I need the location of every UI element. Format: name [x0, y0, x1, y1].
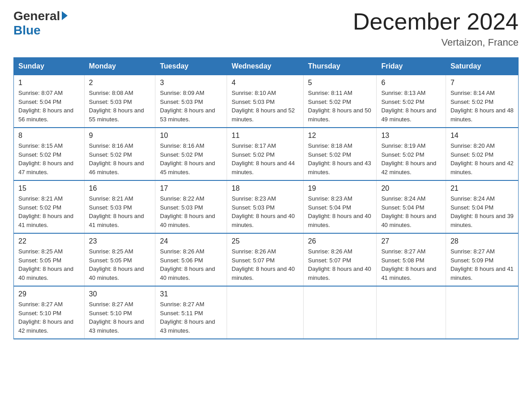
sunset-time: 5:04 PM — [403, 204, 424, 211]
calendar-day-cell: 23 Sunrise: 8:25 AM Sunset: 5:05 PM Dayl… — [84, 233, 155, 286]
calendar-week-row: 8 Sunrise: 8:15 AM Sunset: 5:02 PM Dayli… — [14, 128, 519, 180]
day-number: 31 — [160, 290, 222, 298]
header-thursday: Thursday — [303, 58, 377, 75]
day-number: 11 — [232, 132, 299, 140]
day-number: 29 — [18, 290, 80, 298]
daylight-label: Daylight: — [381, 160, 404, 167]
header-tuesday: Tuesday — [155, 58, 227, 75]
sunrise-label: Sunrise: — [450, 90, 472, 96]
sunrise-time: 8:27 AM — [473, 248, 495, 255]
day-info: Sunrise: 8:25 AM Sunset: 5:05 PM Dayligh… — [89, 247, 151, 282]
daylight-label: Daylight: — [381, 213, 404, 219]
day-number: 12 — [308, 132, 372, 140]
sunrise-label: Sunrise: — [381, 248, 403, 255]
sunset-label: Sunset: — [160, 257, 180, 264]
sunset-time: 5:02 PM — [403, 151, 424, 158]
sunrise-label: Sunrise: — [232, 142, 253, 149]
calendar-day-cell: 12 Sunrise: 8:18 AM Sunset: 5:02 PM Dayl… — [303, 128, 377, 180]
sunset-time: 5:04 PM — [40, 98, 61, 105]
day-number: 13 — [381, 132, 441, 140]
day-number: 7 — [450, 79, 514, 87]
sunrise-label: Sunrise: — [160, 142, 181, 149]
day-info: Sunrise: 8:13 AM Sunset: 5:02 PM Dayligh… — [381, 89, 441, 124]
sunset-time: 5:03 PM — [110, 98, 132, 105]
day-number: 8 — [18, 132, 80, 140]
day-number: 20 — [381, 184, 441, 193]
day-number: 26 — [308, 237, 372, 245]
sunset-time: 5:10 PM — [40, 310, 61, 317]
sunrise-label: Sunrise: — [232, 195, 253, 202]
sunset-label: Sunset: — [89, 310, 109, 317]
sunrise-label: Sunrise: — [450, 142, 472, 149]
calendar-day-cell: 29 Sunrise: 8:27 AM Sunset: 5:10 PM Dayl… — [14, 286, 85, 339]
day-number: 28 — [450, 237, 514, 245]
sunrise-label: Sunrise: — [160, 301, 181, 308]
sunrise-label: Sunrise: — [18, 195, 40, 202]
sunset-time: 5:02 PM — [181, 151, 203, 158]
day-number: 10 — [160, 132, 222, 140]
sunrise-label: Sunrise: — [160, 90, 181, 96]
daylight-label: Daylight: — [232, 213, 254, 219]
sunrise-label: Sunrise: — [381, 142, 403, 149]
calendar-day-cell: 18 Sunrise: 8:23 AM Sunset: 5:03 PM Dayl… — [227, 180, 304, 233]
day-info: Sunrise: 8:27 AM Sunset: 5:11 PM Dayligh… — [160, 300, 222, 335]
daylight-label: Daylight: — [450, 213, 473, 219]
day-number: 22 — [18, 237, 80, 245]
calendar-day-cell: 2 Sunrise: 8:08 AM Sunset: 5:03 PM Dayli… — [84, 75, 155, 128]
calendar-day-cell — [227, 286, 304, 339]
sunrise-time: 8:09 AM — [183, 90, 205, 96]
daylight-label: Daylight: — [160, 318, 183, 325]
daylight-label: Daylight: — [308, 107, 331, 114]
calendar-day-cell — [377, 286, 446, 339]
sunrise-label: Sunrise: — [160, 248, 181, 255]
daylight-label: Daylight: — [160, 265, 183, 272]
calendar-day-cell: 14 Sunrise: 8:20 AM Sunset: 5:02 PM Dayl… — [446, 128, 518, 180]
header-friday: Friday — [377, 58, 446, 75]
sunrise-time: 8:24 AM — [404, 195, 426, 202]
sunrise-label: Sunrise: — [308, 90, 330, 96]
daylight-label: Daylight: — [160, 213, 183, 219]
sunset-time: 5:02 PM — [330, 151, 351, 158]
day-info: Sunrise: 8:20 AM Sunset: 5:02 PM Dayligh… — [450, 141, 514, 176]
sunset-time: 5:09 PM — [472, 257, 493, 264]
day-info: Sunrise: 8:17 AM Sunset: 5:02 PM Dayligh… — [232, 141, 299, 176]
day-number: 14 — [450, 132, 514, 140]
sunset-label: Sunset: — [308, 151, 328, 158]
header-sunday: Sunday — [14, 58, 85, 75]
sunrise-time: 8:15 AM — [41, 142, 63, 149]
calendar-day-cell — [303, 286, 377, 339]
daylight-label: Daylight: — [308, 213, 331, 219]
sunset-label: Sunset: — [450, 98, 470, 105]
sunrise-time: 8:27 AM — [404, 248, 426, 255]
sunrise-time: 8:20 AM — [473, 142, 495, 149]
day-number: 18 — [232, 184, 299, 193]
calendar-day-cell: 22 Sunrise: 8:25 AM Sunset: 5:05 PM Dayl… — [14, 233, 85, 286]
sunset-label: Sunset: — [89, 257, 109, 264]
sunrise-time: 8:16 AM — [183, 142, 205, 149]
calendar-day-cell: 4 Sunrise: 8:10 AM Sunset: 5:03 PM Dayli… — [227, 75, 304, 128]
day-number: 24 — [160, 237, 222, 245]
calendar-table: Sunday Monday Tuesday Wednesday Thursday… — [13, 57, 519, 339]
calendar-day-cell: 8 Sunrise: 8:15 AM Sunset: 5:02 PM Dayli… — [14, 128, 85, 180]
sunset-time: 5:03 PM — [110, 204, 132, 211]
sunset-time: 5:02 PM — [253, 151, 275, 158]
day-info: Sunrise: 8:27 AM Sunset: 5:10 PM Dayligh… — [18, 300, 80, 335]
sunrise-label: Sunrise: — [308, 195, 330, 202]
day-info: Sunrise: 8:08 AM Sunset: 5:03 PM Dayligh… — [89, 89, 151, 124]
sunrise-label: Sunrise: — [232, 90, 253, 96]
sunrise-label: Sunrise: — [89, 301, 111, 308]
sunrise-time: 8:14 AM — [473, 90, 495, 96]
logo: General Blue — [13, 9, 68, 38]
day-info: Sunrise: 8:10 AM Sunset: 5:03 PM Dayligh… — [232, 89, 299, 124]
sunrise-time: 8:27 AM — [41, 301, 63, 308]
day-number: 17 — [160, 184, 222, 193]
sunrise-label: Sunrise: — [308, 248, 330, 255]
sunset-label: Sunset: — [232, 98, 251, 105]
sunset-label: Sunset: — [89, 151, 109, 158]
header-saturday: Saturday — [446, 58, 518, 75]
calendar-week-row: 29 Sunrise: 8:27 AM Sunset: 5:10 PM Dayl… — [14, 286, 519, 339]
sunset-label: Sunset: — [381, 151, 401, 158]
day-info: Sunrise: 8:09 AM Sunset: 5:03 PM Dayligh… — [160, 89, 222, 124]
day-info: Sunrise: 8:07 AM Sunset: 5:04 PM Dayligh… — [18, 89, 80, 124]
day-info: Sunrise: 8:27 AM Sunset: 5:09 PM Dayligh… — [450, 247, 514, 282]
